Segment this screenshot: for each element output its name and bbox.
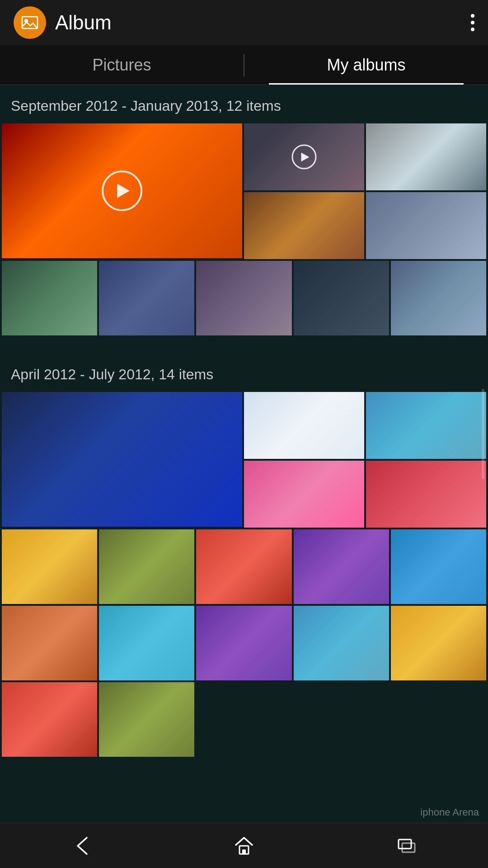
tab-bar: Pictures My albums (0, 45, 488, 85)
photo-thumb-empty (391, 682, 486, 757)
bottom-nav (0, 823, 488, 868)
home-button[interactable] (226, 830, 262, 862)
photo-thumb[interactable] (391, 261, 486, 335)
photo-thumb[interactable] (366, 461, 486, 528)
home-icon (232, 834, 256, 858)
svg-rect-4 (399, 840, 411, 849)
play-button[interactable] (292, 145, 317, 170)
photo-thumb[interactable] (99, 261, 194, 335)
photo-thumb[interactable] (99, 529, 194, 604)
recents-icon (395, 834, 418, 858)
section2-row2 (0, 529, 488, 604)
back-button[interactable] (63, 830, 99, 862)
photo-thumb[interactable] (366, 192, 486, 259)
app-title: Album (55, 11, 112, 34)
photo-thumb[interactable] (294, 606, 389, 680)
section1-row1 (0, 123, 488, 259)
photo-thumb[interactable] (196, 606, 291, 680)
section2-row3 (0, 606, 488, 680)
photo-thumb[interactable] (244, 392, 364, 459)
dot2 (471, 21, 474, 24)
photo-thumb[interactable] (196, 261, 291, 335)
photo-thumb[interactable] (391, 606, 486, 680)
photo-thumb[interactable] (2, 392, 242, 527)
photo-thumb[interactable] (2, 529, 97, 604)
svg-rect-0 (22, 17, 38, 28)
recents-button[interactable] (389, 830, 425, 862)
app-header: Album (0, 0, 488, 45)
image-icon (20, 13, 39, 32)
section2-row4 (0, 682, 488, 757)
photo-thumb[interactable] (99, 682, 194, 757)
section2-row1 (0, 392, 488, 528)
tab-pictures[interactable]: Pictures (0, 45, 244, 85)
scroll-indicator (482, 389, 484, 479)
col2 (244, 392, 364, 528)
svg-rect-3 (242, 849, 246, 854)
photo-thumb[interactable] (366, 123, 486, 190)
section-april-2012: April 2012 - July 2012, 14 items (0, 354, 488, 757)
section-2-title: April 2012 - July 2012, 14 items (0, 354, 488, 392)
photo-thumb[interactable] (244, 192, 364, 259)
header-left: Album (14, 6, 112, 39)
photo-thumb-empty (196, 682, 291, 757)
photo-thumb[interactable] (2, 682, 97, 757)
photo-thumb-empty (294, 682, 389, 757)
photo-thumb[interactable] (2, 606, 97, 680)
app-icon (14, 6, 46, 39)
photo-thumb[interactable] (294, 529, 389, 604)
col3 (366, 123, 486, 259)
svg-rect-5 (402, 843, 415, 852)
photo-thumb[interactable] (294, 261, 389, 335)
col3 (366, 392, 486, 528)
photo-thumb[interactable] (366, 392, 486, 459)
more-options-button[interactable] (471, 14, 474, 31)
photo-thumb[interactable] (99, 606, 194, 680)
watermark: iphone Arena (420, 807, 479, 818)
photo-thumb[interactable] (2, 261, 97, 335)
photo-thumb[interactable] (244, 123, 364, 190)
photo-thumb[interactable] (391, 529, 486, 604)
play-button[interactable] (102, 170, 142, 211)
dot1 (471, 14, 474, 18)
dot3 (471, 28, 474, 31)
section1-row2 (0, 261, 488, 335)
section-sept-2012: September 2012 - January 2013, 12 items (0, 85, 488, 335)
photo-thumb[interactable] (244, 461, 364, 528)
photo-thumb[interactable] (196, 529, 291, 604)
main-content: September 2012 - January 2013, 12 items (0, 85, 488, 820)
col2 (244, 123, 364, 259)
photo-thumb[interactable] (2, 123, 242, 258)
tab-my-albums[interactable]: My albums (244, 45, 488, 85)
back-icon (70, 834, 93, 858)
section-1-title: September 2012 - January 2013, 12 items (0, 85, 488, 123)
